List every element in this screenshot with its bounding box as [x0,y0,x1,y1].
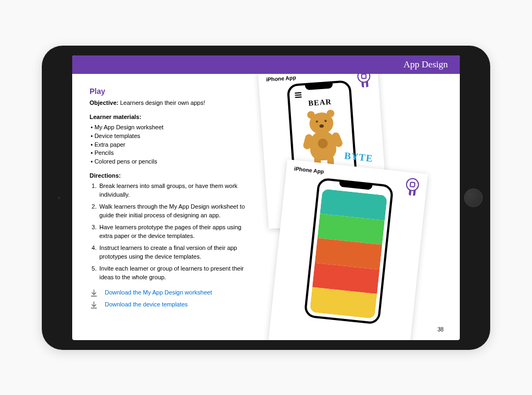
list-item: Walk learners through the My App Design … [98,203,247,220]
list-item: Colored pens or pencils [91,158,247,166]
chapter-banner: App Design [72,55,460,74]
phone-notch [305,83,333,90]
download-worksheet-link[interactable]: Download the My App Design worksheet [105,289,212,297]
materials-heading: Learner materials: [90,113,247,122]
worksheet-title: iPhone App [266,74,370,83]
app-name-bear: BEAR [290,96,350,109]
download-icon [90,300,98,309]
worksheet-footer: Everyone Can Code Early Learners [269,336,409,340]
list-item: Extra paper [91,141,247,149]
ipad-camera [57,196,61,199]
page-content: Play Objective: Learners design their ow… [72,74,460,340]
phone-template [303,177,394,324]
phone-notch [339,181,372,190]
ipad-screen: App Design Play Objective: Learners desi… [72,55,460,340]
list-item: Instruct learners to create a final vers… [98,244,247,261]
ipad-home-button[interactable] [464,189,483,207]
award-ribbon-icon [357,74,372,90]
list-item: Invite each learner or group of learners… [98,265,247,282]
objective-label: Objective: [90,99,118,106]
directions-heading: Directions: [90,172,247,180]
objective-text: Learners design their own apps! [118,99,205,106]
list-item: Break learners into small groups, or hav… [98,182,247,199]
list-item: Have learners prototype the pages of the… [98,223,247,241]
download-templates-link[interactable]: Download the device templates [105,300,188,309]
color-stripes [309,189,387,318]
materials-list: My App Design worksheet Device templates… [91,123,247,167]
list-item: Device templates [91,132,247,141]
award-ribbon-icon [404,177,421,198]
download-row: Download the My App Design worksheet [90,289,247,297]
section-heading: Play [90,86,247,97]
objective-row: Objective: Learners design their own app… [90,99,247,108]
ipad-device-frame: App Design Play Objective: Learners desi… [42,46,490,350]
worksheet-byte: BYTE iPhone App Everyone Can Code Early … [268,159,428,340]
list-item: Pencils [91,149,247,158]
page-number: 38 [438,327,444,333]
download-icon [90,289,98,297]
lesson-text-column: Play Objective: Learners design their ow… [90,86,247,312]
download-row: Download the device templates [90,300,247,309]
chapter-title: App Design [403,59,448,70]
directions-list: Break learners into small groups, or hav… [98,182,247,281]
hamburger-icon [295,92,302,98]
list-item: My App Design worksheet [91,123,247,132]
